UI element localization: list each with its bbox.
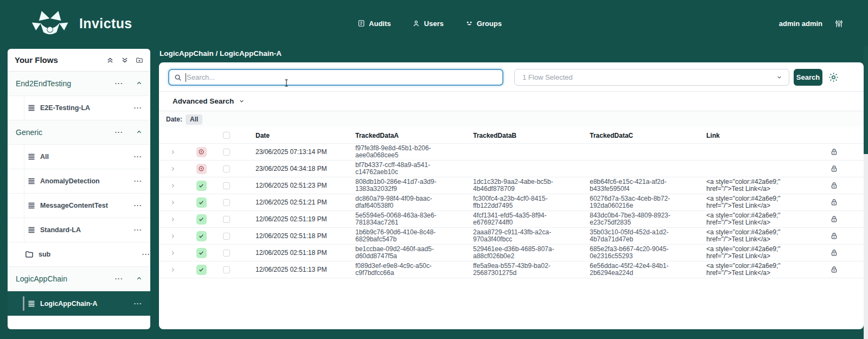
status-error-badge <box>196 147 207 157</box>
cell-date: 12/06/2025 02:51:23 PM <box>240 182 355 189</box>
cell-tracked-data-a: f97fe3f8-9e8d-45b1-b206-aee0a068cee5 <box>355 145 473 159</box>
sidebar-item-all[interactable]: All ... <box>8 145 150 169</box>
ellipsis-menu-icon[interactable]: ... <box>115 276 123 282</box>
lock-icon[interactable] <box>831 266 838 273</box>
sidebar-item-logicappchain-a[interactable]: LogicAppChain-A ... <box>8 291 150 316</box>
row-checkbox[interactable] <box>223 182 230 189</box>
search-button[interactable]: Search <box>794 69 822 86</box>
sidebar-item-label: All <box>40 153 49 161</box>
search-input[interactable]: Search... <box>168 69 503 86</box>
row-checkbox[interactable] <box>223 266 230 273</box>
sidebar-folder-sub[interactable]: sub ... <box>8 242 150 267</box>
lock-icon[interactable] <box>831 148 838 156</box>
ellipsis-menu-icon[interactable]: ... <box>134 202 142 209</box>
lock-icon[interactable] <box>831 232 838 240</box>
sliders-icon[interactable] <box>834 19 844 28</box>
nav-groups-label: Groups <box>477 20 502 28</box>
column-header-link[interactable]: Link <box>706 132 820 139</box>
ellipsis-menu-icon[interactable]: ... <box>134 300 142 307</box>
status-error-icon <box>198 149 205 155</box>
chevron-up-icon[interactable] <box>136 274 142 284</box>
cell-tracked-data-c: 60276d7a-53ac-4ceb-8b72-192da060216e <box>590 195 706 209</box>
collapse-all-icon[interactable] <box>106 56 114 64</box>
sidebar-folder-label: sub <box>39 251 50 258</box>
lock-icon[interactable] <box>831 165 838 172</box>
ellipsis-menu-icon[interactable]: ... <box>134 105 142 111</box>
column-header-tracked-c[interactable]: TrackedDataC <box>590 132 706 139</box>
expand-row-icon[interactable] <box>170 166 176 172</box>
sidebar-group-generic[interactable]: Generic ... <box>8 120 150 145</box>
status-success-icon <box>198 182 205 189</box>
flow-stack-icon <box>27 177 36 186</box>
brand[interactable]: Invictus <box>28 9 132 37</box>
expand-row-icon[interactable] <box>170 149 176 155</box>
nav-audits[interactable]: Audits <box>358 20 391 28</box>
scrollbar-thumb[interactable] <box>864 47 868 154</box>
sidebar-item-messagecontenttest[interactable]: MessageContentTest ... <box>8 194 150 218</box>
cell-tracked-data-c: 6e56ddac-45f2-42e4-84b1-2b6294ea224d <box>590 263 706 277</box>
lock-icon[interactable] <box>831 182 838 189</box>
nav-groups[interactable]: Groups <box>465 20 502 28</box>
cell-tracked-data-c: 843dc0b4-7be3-4809-8923-e23c75df2835 <box>590 212 706 226</box>
sidebar-item-anomalydetection[interactable]: AnomalyDetection ... <box>8 169 150 194</box>
expand-row-icon[interactable] <box>170 267 176 273</box>
column-header-tracked-b[interactable]: TrackedDataB <box>473 132 590 139</box>
sidebar-item-e2e-testing-la[interactable]: E2E-Testing-LA ... <box>8 96 150 120</box>
row-checkbox[interactable] <box>223 250 230 257</box>
cell-tracked-data-c: 35b03c10-05fd-452d-a1d2-4b7da71d47eb <box>590 229 706 243</box>
nav-users[interactable]: Users <box>413 20 444 28</box>
status-success-icon <box>198 233 205 239</box>
lock-icon[interactable] <box>831 249 838 257</box>
chevron-down-icon <box>239 97 245 106</box>
cell-date: 23/06/2025 07:13:14 PM <box>240 148 355 156</box>
chevron-up-icon[interactable] <box>136 79 142 88</box>
table-row: 12/06/2025 02:51:19 PM 5e5594e5-0068-463… <box>159 211 864 228</box>
row-checkbox[interactable] <box>223 165 230 172</box>
status-success-badge <box>196 248 207 258</box>
table-row: 23/06/2025 07:13:14 PM f97fe3f8-9e8d-45b… <box>159 144 864 161</box>
user-name[interactable]: admin admin <box>779 20 822 28</box>
flow-stack-icon <box>27 226 36 234</box>
table-body: 23/06/2025 07:13:14 PM f97fe3f8-9e8d-45b… <box>159 144 864 278</box>
date-filter-chip[interactable]: All <box>186 114 202 125</box>
expand-all-icon[interactable] <box>121 56 129 64</box>
ellipsis-menu-icon[interactable]: ... <box>115 80 123 87</box>
flow-select-dropdown[interactable]: 1 Flow Selected <box>514 69 789 86</box>
select-all-checkbox[interactable] <box>223 132 230 139</box>
cell-tracked-data-a: 5e5594e5-0068-463a-83e6-781834ac7261 <box>355 212 473 226</box>
row-checkbox[interactable] <box>223 199 230 206</box>
expand-row-icon[interactable] <box>170 216 176 222</box>
ellipsis-menu-icon[interactable]: ... <box>134 227 142 233</box>
ellipsis-menu-icon[interactable]: ... <box>134 153 142 160</box>
search-placeholder: Search... <box>187 73 215 81</box>
cell-tracked-data-a: be1ccbae-09d2-460f-aad5-d60dd8747f5a <box>355 246 473 260</box>
status-success-icon <box>198 216 205 222</box>
ellipsis-menu-icon[interactable]: ... <box>115 129 123 136</box>
sidebar-group-label: End2EndTesting <box>16 79 71 88</box>
row-checkbox[interactable] <box>223 216 230 223</box>
breadcrumb: LogicAppChain / LogicAppChain-A <box>159 49 282 57</box>
ellipsis-menu-icon[interactable]: ... <box>134 178 142 184</box>
expand-row-icon[interactable] <box>170 200 176 206</box>
row-checkbox[interactable] <box>223 233 230 240</box>
ellipsis-menu-icon[interactable]: ... <box>142 251 150 258</box>
flow-select-value: 1 Flow Selected <box>522 73 573 81</box>
expand-row-icon[interactable] <box>170 233 176 239</box>
status-success-icon <box>198 266 205 273</box>
row-checkbox[interactable] <box>223 149 230 156</box>
lock-icon[interactable] <box>831 215 838 223</box>
column-header-tracked-a[interactable]: TrackedDataA <box>355 132 473 139</box>
sidebar-group-logicappchain[interactable]: LogicAppChain ... <box>8 267 150 291</box>
sidebar-group-end2endtesting[interactable]: End2EndTesting ... <box>8 72 150 96</box>
column-header-date[interactable]: Date <box>240 132 355 139</box>
lock-icon[interactable] <box>831 199 838 206</box>
expand-row-icon[interactable] <box>170 183 176 189</box>
vertical-scrollbar[interactable] <box>864 47 868 339</box>
sidebar-item-label: Standard-LA <box>40 226 81 234</box>
advanced-search-toggle[interactable]: Advanced Search <box>159 92 864 111</box>
sidebar-item-standard-la[interactable]: Standard-LA ... <box>8 218 150 242</box>
gear-icon[interactable] <box>828 72 839 83</box>
chevron-up-icon[interactable] <box>136 127 142 137</box>
expand-row-icon[interactable] <box>170 250 176 256</box>
add-folder-icon[interactable] <box>136 56 143 64</box>
